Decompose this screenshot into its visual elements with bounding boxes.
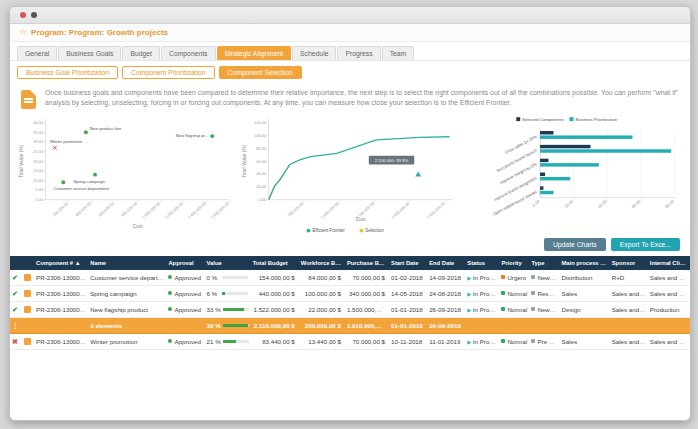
scatter-point[interactable] (61, 180, 65, 184)
legend-swatch (360, 229, 364, 233)
tab-budget[interactable]: Budget (122, 46, 160, 60)
cell-value: 6 % (205, 286, 251, 302)
cell-internal-client (648, 318, 690, 334)
bar-selected-components[interactable] (540, 186, 543, 189)
tab-components[interactable]: Components (161, 46, 216, 60)
tab-schedule[interactable]: Schedule (292, 46, 336, 60)
excluded-cross-icon[interactable]: ✖ (12, 338, 18, 345)
cell-sponsor: Sales and Marke (610, 286, 648, 302)
legend-label: Efficient Frontier (313, 228, 346, 233)
selected-check-icon[interactable]: ✔ (12, 290, 18, 297)
column-header-status[interactable]: Status (465, 256, 499, 270)
y-tick-label: 20.00 (257, 184, 268, 189)
update-charts-button[interactable]: Update Charts (544, 238, 606, 251)
tab-general[interactable]: General (17, 46, 57, 60)
column-header-workforce-budget[interactable]: Workforce Budget (299, 256, 345, 270)
cell-value: 0 % (205, 270, 251, 286)
efficient-frontier-chart[interactable]: 0.0020.0040.0060.0080.00100.00120.00500,… (239, 112, 460, 236)
bar-selected-components[interactable] (540, 173, 545, 176)
cell-start-date: 14-05-2018 (389, 286, 427, 302)
column-header-blank[interactable] (22, 256, 34, 270)
tab-team[interactable]: Team (382, 46, 415, 60)
x-tick-label: 40.00 (597, 198, 609, 209)
cell-status (465, 318, 499, 334)
y-axis-title: Total Value (%) (242, 144, 247, 177)
favorite-star-icon[interactable]: ☆ (19, 28, 27, 37)
window-close-dot[interactable] (20, 12, 26, 18)
subtab-component-selection[interactable]: Component Selection (219, 66, 302, 79)
cell-purchase-budget: 1.910.000,00 $ (345, 318, 389, 334)
legend-label: Business Prioritization (575, 117, 617, 122)
y-tick-label: 25.00 (33, 149, 44, 154)
selection-marker[interactable] (416, 171, 422, 176)
column-header-type[interactable]: Type (529, 256, 559, 270)
bar-business-prioritization[interactable] (540, 177, 570, 180)
x-axis-title: Cost (132, 224, 143, 229)
column-header-end-date[interactable]: End Date (427, 256, 465, 270)
bar-selected-components[interactable] (540, 131, 553, 134)
bar-selected-components[interactable] (540, 159, 548, 162)
column-header-sponsor[interactable]: Sponsor (610, 256, 648, 270)
bar-selected-components[interactable] (540, 145, 590, 148)
cell-end-date: 26-09-2018 (427, 318, 465, 334)
cell-total-budget: 440.000,00 $ (251, 286, 299, 302)
scatter-point[interactable] (210, 134, 214, 138)
sub-tabs: Business Goal PrioritizationComponent Pr… (10, 61, 690, 83)
priority-icon (501, 339, 505, 343)
x-tick-label: 800,000.00 (120, 200, 139, 217)
cell-type (529, 318, 559, 334)
bar-business-prioritization[interactable] (540, 191, 553, 194)
subtab-component-prioritization[interactable]: Component Prioritization (122, 66, 214, 79)
bar-business-prioritization[interactable] (540, 135, 632, 138)
tab-progress[interactable]: Progress (337, 46, 380, 60)
table-row[interactable]: ✔PR-2306-13000007Customer service depart… (10, 270, 690, 286)
column-header-purchase-budget[interactable]: Purchase Budget (345, 256, 389, 270)
column-header-component[interactable]: Component # ▲ (34, 256, 88, 270)
y-tick-label: 10.00 (33, 178, 44, 183)
cell-main-process: Sales (560, 286, 610, 302)
cell-purchase-budget: 70.000,00 $ (345, 334, 389, 350)
selected-check-icon[interactable]: ✔ (12, 274, 18, 281)
y-tick-label: 5.00 (36, 187, 44, 192)
y-tick-label: 120.00 (254, 120, 267, 125)
cell-component-id (34, 318, 88, 334)
column-header-main-process-affected[interactable]: Main process affected (560, 256, 610, 270)
tab-business-goals[interactable]: Business Goals (58, 46, 121, 60)
business-goals-bar-chart[interactable]: Selected ComponentsBusiness Prioritizati… (463, 112, 684, 236)
tab-strategic-alignment[interactable]: Strategic Alignment (217, 46, 292, 60)
table-row[interactable]: ✖PR-2306-13000004Winter promotionApprove… (10, 334, 690, 350)
column-header-total-budget[interactable]: Total Budget (251, 256, 299, 270)
component-scatter-chart[interactable]: 0.005.0010.0015.0020.0025.0030.0035.0040… (16, 112, 237, 236)
cell-priority (499, 318, 529, 334)
column-header-priority[interactable]: Priority (499, 256, 529, 270)
selected-check-icon[interactable]: ✔ (12, 306, 18, 313)
scatter-point[interactable] (84, 130, 88, 134)
window-menu-dot[interactable] (31, 12, 37, 18)
column-header-name[interactable]: Name (88, 256, 166, 270)
drag-handle-icon[interactable]: ⋮ (12, 322, 19, 329)
approved-dot-icon (168, 307, 172, 311)
cell-priority: Normal (499, 302, 529, 318)
legend-swatch (307, 229, 311, 233)
bar-business-prioritization[interactable] (540, 149, 671, 152)
bar-business-prioritization[interactable] (540, 163, 599, 166)
table-row[interactable]: ✔PR-2306-13000003Spring campaignApproved… (10, 286, 690, 302)
aggregate-row[interactable]: ⋮3 elements39 %2.116.000,00 $206.000,00 … (10, 318, 690, 334)
column-header-start-date[interactable]: Start Date (389, 256, 427, 270)
subtab-business-goal-prioritization[interactable]: Business Goal Prioritization (17, 66, 118, 79)
column-header-blank[interactable] (10, 256, 22, 270)
scatter-point[interactable] (93, 173, 97, 177)
cell-sponsor: R+D (610, 270, 648, 286)
export-excel-button[interactable]: Export To Exce... (611, 238, 680, 251)
cell-start-date: 01-01-2018 (389, 318, 427, 334)
column-header-internal-client[interactable]: Internal Client (648, 256, 690, 270)
cell-selection: ✔ (10, 302, 22, 318)
column-header-value[interactable]: Value (205, 256, 251, 270)
x-tick-label: 400,000.00 (74, 200, 93, 217)
column-header-approval[interactable]: Approval (166, 256, 204, 270)
cell-selection: ✔ (10, 286, 22, 302)
program-header: ☆ Program: Program: Growth projects (10, 24, 690, 42)
x-tick-label: 1,000,000.00 (141, 200, 162, 220)
table-row[interactable]: ✔PR-2306-13000002New flagship productApp… (10, 302, 690, 318)
category-label: Improve brand recognition (493, 175, 538, 202)
